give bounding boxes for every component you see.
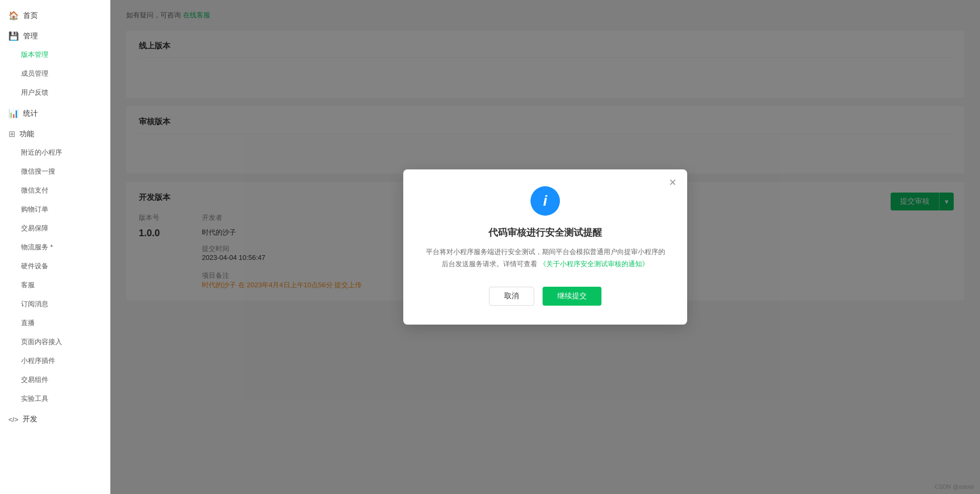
modal-title: 代码审核进行安全测试提醒 <box>424 226 666 239</box>
sidebar-section-functions[interactable]: ⊞ 功能 <box>0 123 110 143</box>
modal-close-button[interactable]: ✕ <box>669 178 677 187</box>
modal-footer: 取消 继续提交 <box>424 287 666 306</box>
sidebar-item-logistics[interactable]: 物流服务 * <box>0 238 110 257</box>
modal-overlay: ✕ i 代码审核进行安全测试提醒 平台将对小程序服务端进行安全测试，期间平台会模… <box>110 0 980 494</box>
sidebar-item-trade-component[interactable]: 交易组件 <box>0 370 110 389</box>
modal-cancel-button[interactable]: 取消 <box>489 287 534 306</box>
sidebar-section-stats[interactable]: 📊 统计 <box>0 102 110 123</box>
sidebar-item-trade-security[interactable]: 交易保障 <box>0 219 110 238</box>
sidebar-item-subscribe-msg[interactable]: 订阅消息 <box>0 295 110 314</box>
home-icon: 🏠 <box>8 11 19 21</box>
modal-dialog: ✕ i 代码审核进行安全测试提醒 平台将对小程序服务端进行安全测试，期间平台会模… <box>403 169 687 324</box>
modal-link[interactable]: 《关于小程序安全测试审核的通知》 <box>539 260 649 268</box>
sidebar: 🏠 首页 💾 管理 版本管理 成员管理 用户反馈 📊 统计 ⊞ 功能 附近的小程… <box>0 0 110 494</box>
sidebar-item-live[interactable]: 直播 <box>0 314 110 332</box>
modal-body: 平台将对小程序服务端进行安全测试，期间平台会模拟普通用户向提审小程序的后台发送服… <box>424 246 666 269</box>
sidebar-item-wechat-pay[interactable]: 微信支付 <box>0 181 110 200</box>
sidebar-item-version-manage[interactable]: 版本管理 <box>0 45 110 64</box>
sidebar-item-page-access[interactable]: 页面内容接入 <box>0 332 110 351</box>
sidebar-item-nearby[interactable]: 附近的小程序 <box>0 143 110 162</box>
sidebar-section-manage[interactable]: 💾 管理 <box>0 25 110 45</box>
modal-confirm-button[interactable]: 继续提交 <box>543 287 601 306</box>
sidebar-item-customer-service[interactable]: 客服 <box>0 276 110 295</box>
sidebar-item-plugin[interactable]: 小程序插件 <box>0 351 110 370</box>
sidebar-item-user-feedback[interactable]: 用户反馈 <box>0 83 110 102</box>
sidebar-item-experiment[interactable]: 实验工具 <box>0 389 110 408</box>
dev-icon: </> <box>8 416 18 424</box>
sidebar-item-shopping-order[interactable]: 购物订单 <box>0 200 110 219</box>
sidebar-item-hardware[interactable]: 硬件设备 <box>0 257 110 276</box>
stats-icon: 📊 <box>8 108 19 118</box>
functions-icon: ⊞ <box>8 129 15 139</box>
info-icon: i <box>530 186 560 216</box>
sidebar-item-wechat-search[interactable]: 微信搜一搜 <box>0 162 110 181</box>
sidebar-section-dev[interactable]: </> 开发 <box>0 408 110 428</box>
main-content: 如有疑问，可咨询 在线客服 线上版本 审核版本 开发版本 版本号 开发者 1.0… <box>110 0 980 494</box>
sidebar-item-member-manage[interactable]: 成员管理 <box>0 64 110 83</box>
modal-icon-wrap: i <box>424 186 666 216</box>
manage-icon: 💾 <box>8 31 19 41</box>
sidebar-item-home[interactable]: 🏠 首页 <box>0 4 110 25</box>
